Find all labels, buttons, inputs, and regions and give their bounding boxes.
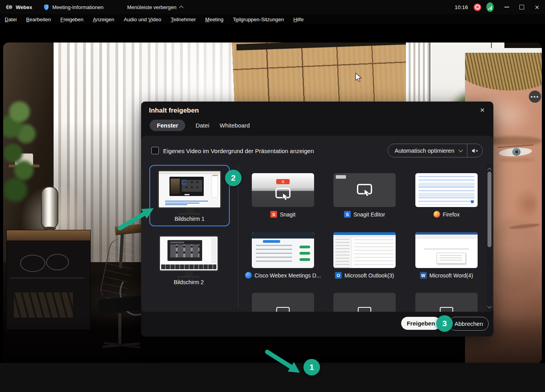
maximize-button[interactable] (519, 5, 524, 9)
hair (465, 53, 542, 91)
menubar: Datei Bearbeiten Freigeben Anzeigen Audi… (0, 14, 545, 24)
table-lamp (41, 187, 58, 229)
video-overflow-menu-button[interactable]: ••• (529, 91, 541, 103)
menu-teilgruppen[interactable]: Teilgruppen-Sitzungen (233, 17, 284, 22)
window-label: Firefox (443, 211, 460, 218)
window-thumbnail (333, 232, 396, 268)
chevron-up-icon (179, 6, 183, 10)
window-thumbnail: S (252, 173, 314, 207)
share-content-dialog: Inhalt freigeben ✕ Fenster Datei Whitebo… (141, 102, 493, 337)
ellipsis-icon: ••• (531, 93, 539, 100)
menu-audio-video[interactable]: Audio und Video (124, 17, 161, 22)
firefox-app-icon (433, 211, 440, 218)
meeting-info-label: Meeting-Informationen (52, 4, 104, 10)
show-own-video-label: Eigenes Video im Vordergrund der Präsent… (163, 148, 314, 154)
word-app-icon: W (420, 272, 427, 279)
menu-bearbeiten[interactable]: Bearbeiten (26, 17, 51, 22)
share-audio-mute-button[interactable] (467, 148, 482, 154)
webex-logo-icon (6, 4, 13, 10)
optimize-dropdown[interactable]: Automatisch optimieren (388, 144, 483, 157)
menu-freigeben[interactable]: Freigeben (60, 17, 84, 22)
titlebar: Webex Meeting-Informationen Menüleiste v… (0, 0, 545, 14)
share-target-partial[interactable] (415, 293, 478, 312)
cancel-button[interactable]: Abbrechen (449, 317, 489, 331)
share-target-screen-2[interactable]: Bildschirm 2 (151, 235, 227, 289)
app-name: Webex (16, 4, 32, 10)
share-target-word[interactable]: WMicrosoft Word(4) (407, 232, 486, 279)
share-target-screen-1[interactable]: Bildschirm 1 (149, 165, 230, 226)
menu-anzeigen[interactable]: Anzeigen (93, 17, 114, 22)
window-label: Snagit Editor (353, 211, 385, 218)
optimize-label: Automatisch optimieren (388, 148, 459, 154)
share-target-snagit[interactable]: S SSnagit (244, 173, 322, 218)
hide-menubar-label: Menüleiste verbergen (127, 4, 177, 10)
share-target-snagit-editor[interactable]: SSnagit Editor (325, 173, 404, 218)
snagit-capture-badge: S (276, 179, 290, 184)
share-target-partial[interactable] (333, 293, 396, 312)
window-label: Microsoft Outlook(3) (344, 272, 394, 279)
annotation-arrow-to-share-button (263, 349, 303, 377)
menu-meeting[interactable]: Meeting (205, 17, 223, 22)
share-target-webex-meetings[interactable]: Cisco Webex Meetings D... (244, 232, 322, 279)
window-thumbnail (252, 232, 314, 268)
nose (512, 188, 537, 220)
share-target-outlook[interactable]: OMicrosoft Outlook(3) (325, 232, 404, 279)
dialog-title: Inhalt freigeben (149, 107, 199, 115)
dialog-close-button[interactable]: ✕ (478, 105, 487, 115)
meeting-info-button[interactable]: Meeting-Informationen (43, 4, 104, 11)
webex-app-icon (245, 272, 252, 279)
menu-hilfe[interactable]: Hilfe (293, 17, 303, 22)
annotation-step-3: 3 (436, 315, 453, 332)
window-label: Microsoft Word(4) (430, 272, 473, 279)
share-button[interactable]: Freigeben (401, 317, 441, 330)
monitor-thumbnail (159, 235, 219, 278)
screen-label: Bildschirm 2 (151, 279, 227, 285)
share-target-partial[interactable] (252, 293, 314, 312)
mouse-cursor (355, 72, 362, 83)
window-label: Cisco Webex Meetings D... (255, 272, 321, 279)
share-window-icon (275, 187, 291, 201)
hide-menubar-button[interactable]: Menüleiste verbergen (127, 4, 183, 10)
share-window-icon (357, 183, 372, 197)
dialog-tabs: Fenster Datei Whiteboard (150, 120, 250, 131)
minimize-button[interactable] (504, 7, 509, 7)
recording-indicator[interactable] (474, 4, 481, 11)
annotation-arrow-to-screen-1 (117, 202, 156, 231)
close-window-button[interactable]: ✕ (534, 4, 539, 10)
menu-teilnehmer[interactable]: Teilnehmer (171, 17, 196, 22)
webex-app-window: Webex Meeting-Informationen Menüleiste v… (0, 0, 545, 392)
scrollbar-thumb[interactable] (487, 172, 491, 247)
snagit-app-icon: S (270, 211, 277, 218)
dialog-scrollbar[interactable] (487, 164, 492, 311)
annotation-step-2: 2 (225, 170, 242, 186)
titlebar-right: 10:16 ✕ (455, 2, 545, 12)
tab-datei[interactable]: Datei (195, 120, 209, 131)
window-thumbnail (415, 173, 478, 207)
connection-indicator[interactable] (486, 2, 494, 12)
window-label: Snagit (280, 211, 296, 218)
speaker-muted-icon (471, 148, 479, 154)
annotation-step-1: 1 (303, 359, 320, 375)
share-target-firefox[interactable]: Firefox (407, 173, 486, 218)
webex-logo: Webex (6, 4, 32, 10)
monitor-thumbnail (158, 170, 221, 215)
tab-fenster[interactable]: Fenster (150, 120, 185, 131)
clock: 10:16 (455, 4, 468, 10)
screens-windows-divider (238, 165, 238, 308)
window-thumbnail (333, 173, 396, 207)
chevron-down-icon (458, 148, 463, 152)
tab-whiteboard[interactable]: Whiteboard (219, 120, 250, 131)
scroll-down-icon[interactable] (487, 304, 491, 308)
show-own-video-checkbox[interactable] (151, 147, 159, 154)
menu-datei[interactable]: Datei (5, 17, 17, 22)
snagit-editor-app-icon: S (344, 211, 351, 218)
outlook-app-icon: O (335, 272, 342, 279)
shield-icon (43, 4, 49, 11)
window-thumbnail (415, 232, 478, 268)
screen-label: Bildschirm 1 (150, 216, 229, 222)
